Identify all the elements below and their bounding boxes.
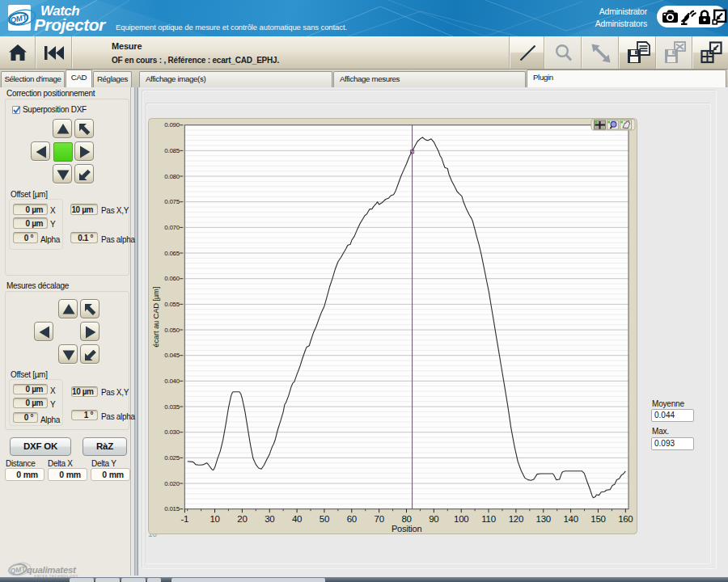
y-tick-label: 0.030 (164, 428, 180, 436)
y-tick-label: 0.025 (164, 454, 180, 462)
save-image-button[interactable] (657, 36, 692, 69)
svg-text:SWISS TECHNOLOGY: SWISS TECHNOLOGY (34, 574, 78, 578)
bottom-strip (0, 577, 728, 582)
camera-icon[interactable] (662, 9, 679, 24)
y-tick-label: 0.080 (164, 173, 180, 180)
tab-selection-image[interactable]: Sélection d'image (1, 71, 65, 87)
toolbar: Mesure OF en cours : , Référence : ecart… (0, 36, 728, 70)
x-tick-label: 150 (590, 514, 605, 524)
max-value[interactable]: 0.093 (651, 437, 694, 450)
strip-cell (147, 578, 161, 582)
group-title-decalage: Mesures décalage (6, 281, 69, 290)
cad-control-panel: Correction positionnement Superposition … (0, 87, 131, 576)
shift-up-button[interactable] (58, 299, 78, 318)
svg-text:qualimatest: qualimatest (27, 565, 77, 575)
offset-alpha-label: Alpha (40, 415, 60, 424)
tab-reglages[interactable]: Réglages (93, 71, 132, 87)
nudge-down-left-button[interactable] (74, 164, 94, 183)
raz-button[interactable]: RàZ (83, 437, 127, 456)
offset-alpha-field-correction[interactable]: 0 ° (13, 232, 38, 243)
arrow-down-icon (61, 347, 77, 363)
zoom-icon (611, 121, 616, 127)
tab-label: Affichage mesures (340, 74, 400, 83)
qualimatest-logo: QMT qualimatest SWISS TECHNOLOGY (7, 562, 104, 580)
qmt-logo: QMT (8, 5, 31, 31)
nudge-up-button[interactable] (53, 119, 72, 138)
tab-cad[interactable]: CAD (66, 70, 92, 87)
arrow-left-icon (33, 144, 49, 160)
step-xy-label: Pas X,Y (101, 388, 129, 397)
x-tick-label: 110 (481, 514, 495, 524)
home-icon (9, 44, 27, 61)
superposition-dxf-checkbox[interactable] (12, 106, 20, 114)
shift-right-button[interactable] (80, 322, 99, 341)
dxf-ok-button[interactable]: DXF OK (10, 437, 71, 456)
y-tick-label: 0.085 (164, 147, 180, 154)
line-tool-icon (519, 44, 536, 61)
strip-cell (171, 578, 325, 582)
x-tick-label: 140 (563, 514, 578, 524)
moyenne-value[interactable]: 0.044 (651, 409, 694, 422)
lock-icon[interactable] (697, 9, 712, 25)
x-tick-label: 30 (265, 514, 274, 524)
x-tick-label: 130 (536, 514, 551, 524)
offset-y-label: Y (50, 400, 55, 409)
draw-line-button[interactable] (510, 36, 544, 69)
search-button[interactable] (545, 36, 582, 69)
nudge-right-button[interactable] (74, 141, 94, 161)
tab-plugin[interactable]: Plugin (527, 70, 726, 87)
arrow-up-left-icon (83, 302, 99, 318)
max-label: Max. (652, 427, 669, 436)
x-tick-label: 50 (320, 514, 329, 524)
shift-up-left-button[interactable] (80, 299, 99, 318)
tool-led (608, 121, 610, 123)
arrow-up-icon (61, 302, 77, 318)
tool-led (595, 121, 597, 123)
step-alpha-field-decalage[interactable]: 1 ° (71, 410, 98, 420)
x-tick-label: 100 (454, 514, 468, 524)
shift-left-button[interactable] (34, 322, 53, 341)
step-xy-field-correction[interactable]: 10 µm (70, 204, 98, 215)
status-pill (657, 6, 726, 27)
arrow-up-icon (55, 121, 71, 137)
antenna-icon[interactable] (679, 9, 696, 25)
y-tick-label: 0.020 (164, 480, 180, 487)
user-group: Administrators (595, 18, 647, 30)
watchprojector-window: QMT Watch Projector Equipement optique d… (0, 0, 728, 582)
save-report-button[interactable] (620, 36, 656, 69)
tab-affichage-mesures[interactable]: Affichage mesures (333, 71, 526, 87)
step-alpha-field-correction[interactable]: 0.1 ° (70, 232, 98, 243)
x-tick-label: 20 (237, 514, 247, 524)
tab-affichage-images[interactable]: Affichage image(s) (139, 71, 332, 87)
x-tick-label: -1 (180, 514, 188, 524)
header-banner: QMT Watch Projector Equipement optique d… (0, 0, 728, 36)
offset-x-field-correction[interactable]: 0 µm (13, 204, 48, 215)
offset-x-field-decalage[interactable]: 0 µm (13, 384, 48, 394)
nudge-left-button[interactable] (31, 141, 50, 161)
nudge-up-left-button[interactable] (74, 119, 94, 138)
fit-scale-button[interactable] (582, 36, 619, 69)
search-icon (555, 44, 573, 62)
step-xy-field-decalage[interactable]: 10 µm (71, 386, 98, 397)
delta-x-label: Delta X (48, 459, 73, 468)
home-button[interactable] (0, 36, 36, 69)
window-resize-icon[interactable] (712, 9, 727, 25)
shift-down-left-button[interactable] (80, 344, 99, 364)
y-tick-label: 0.045 (164, 352, 180, 359)
offset-title-decalage: Offset [µm] (11, 370, 48, 379)
arrow-down-left-icon (77, 167, 93, 183)
deviation-chart[interactable]: 0.0150.0200.0250.0300.0350.0400.0450.050… (148, 118, 637, 534)
layout-button[interactable] (693, 36, 728, 69)
offset-y-field-decalage[interactable]: 0 µm (13, 398, 48, 408)
y-tick-label: 0.035 (164, 403, 180, 411)
x-tick-label: 70 (375, 514, 384, 524)
offset-y-field-correction[interactable]: 0 µm (13, 217, 48, 229)
nudge-down-button[interactable] (53, 164, 72, 183)
y-tick-label: 0.090 (164, 121, 180, 129)
arrow-left-icon (36, 324, 53, 340)
offset-alpha-field-decalage[interactable]: 0 ° (13, 412, 38, 423)
position-led[interactable] (53, 142, 73, 162)
step-xy-label: Pas X,Y (101, 206, 129, 215)
back-button[interactable] (36, 36, 72, 69)
shift-down-button[interactable] (58, 344, 78, 364)
